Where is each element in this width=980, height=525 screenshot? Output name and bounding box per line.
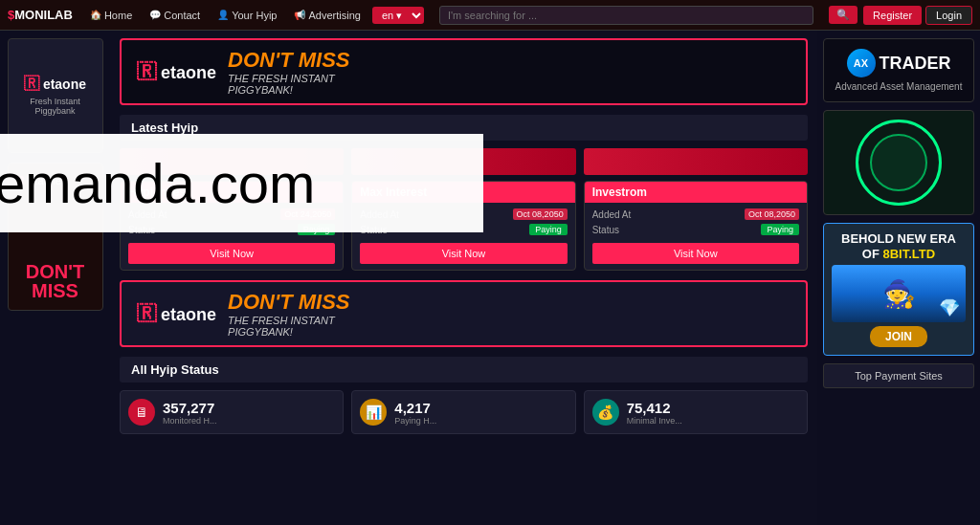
trader-ad[interactable]: AX TRADER Advanced Asset Management [823,38,974,102]
card-3-body: Added At Oct 08,2050 Status Paying Visit… [585,203,807,270]
card-3-added-row: Added At Oct 08,2050 [592,208,799,220]
nav-yourhyip[interactable]: 👤 Your Hyip [212,10,282,21]
login-button[interactable]: Login [925,6,972,25]
join-button[interactable]: JOIN [870,326,927,347]
all-hyip-status-header: All Hyip Status [120,357,808,383]
behold-ad[interactable]: BEHOLD NEW ERA OF 8BIT.LTD 🧙 💎 JOIN [823,223,974,356]
watermark: codemanda.com [110,134,483,232]
card-2-visit-button[interactable]: Visit Now [360,243,567,264]
dont-text: DON'T [26,262,84,281]
behold-line2-of: OF [862,247,880,261]
behold-graphic: 🧙 💎 [832,265,966,322]
banner-subline1: THE FRESH INSTANT [228,73,349,84]
behold-line1: BEHOLD NEW ERA [841,231,956,246]
behold-title: BEHOLD NEW ERA OF 8BIT.LTD [841,231,956,261]
register-button[interactable]: Register [863,6,922,25]
top-payment-sites: Top Payment Sites [823,363,974,388]
status-card-minimal: 💰 75,412 Minimal Inve... [584,390,808,434]
card-2-status: Paying [529,224,568,235]
chart-icon-glyph: 📊 [366,405,382,420]
trader-title-text: TRADER [880,54,951,74]
status-number-2: 4,217 [394,400,567,416]
ax-label: AX [854,57,868,69]
status-number-1: 357,277 [163,400,335,416]
navbar: $MONILAB 🏠 Home 💬 Contact 👤 Your Hyip 📢 … [0,0,980,31]
nav-contact[interactable]: 💬 Contact [144,10,206,21]
top-payment-label: Top Payment Sites [832,370,966,382]
advertising-icon: 📢 [294,10,305,20]
status-label-3: Minimal Inve... [627,416,799,426]
center-content: 🇷 etaone DON'T MISS THE FRESH INSTANT PI… [110,31,817,525]
card-3-status-label: Status [592,225,619,235]
gem-icon: 💎 [939,297,960,318]
banner-logo: 🇷 etaone [137,61,216,83]
banner-subline2: PIGGYBANK! [228,84,349,96]
character-icon: 🧙 [882,278,916,310]
card-3-date: Oct 08,2050 [745,208,799,220]
nav-yourhyip-label: Your Hyip [232,10,277,21]
trader-logo: AX TRADER [847,49,951,77]
home-icon: 🏠 [90,10,101,20]
status-number-3: 75,412 [627,400,799,416]
hyip-card-3: Investrom Added At Oct 08,2050 Status Pa… [584,181,808,271]
nav-advertising[interactable]: 📢 Advertising [288,10,366,21]
status-info-2: 4,217 Paying H... [394,400,567,426]
ax-circle: AX [847,49,876,77]
status-info-3: 75,412 Minimal Inve... [627,400,799,426]
trader-subtitle-text: Advanced Asset Management [835,81,963,92]
placeholder-card-3 [584,148,808,175]
card-3-visit-button[interactable]: Visit Now [592,243,799,264]
watermark-text: codemanda.com [110,152,315,214]
second-banner-text: DON'T MISS THE FRESH INSTANT PIGGYBANK! [228,290,349,338]
site-logo[interactable]: $MONILAB [8,8,73,22]
banner-text: DON'T MISS THE FRESH INSTANT PIGGYBANK! [228,48,349,96]
second-banner-logo-text: etaone [161,305,216,324]
nav-home-label: Home [104,10,132,21]
retaone-text: etaone [43,77,86,92]
top-banner[interactable]: 🇷 etaone DON'T MISS THE FRESH INSTANT PI… [120,38,808,105]
nav-home[interactable]: 🏠 Home [84,10,138,21]
second-banner-subline2: PIGGYBANK! [228,326,349,338]
status-cards: 🖥 357,277 Monitored H... 📊 4,217 Paying … [120,390,808,434]
banner-headline: DON'T MISS [228,48,349,73]
contact-icon: 💬 [149,10,161,20]
left-sidebar: 🇷 etaone Fresh InstantPiggybank R etaone… [0,31,110,525]
chart-icon: 📊 [360,399,387,426]
search-button[interactable]: 🔍 [829,6,858,24]
miss-text: MISS [32,281,78,300]
sidebar-ad-tagline: Fresh InstantPiggybank [30,97,80,116]
retaone-logo-left: 🇷 etaone [24,76,86,93]
user-icon: 👤 [217,10,229,20]
monitor-icon-glyph: 🖥 [135,405,148,420]
second-banner-logo: 🇷 etaone [137,303,216,325]
banner-logo-text: etaone [161,63,216,82]
banner-r-icon: 🇷 [137,61,156,82]
retaone-r-icon: 🇷 [24,76,39,92]
card-1-visit-button[interactable]: Visit Now [128,243,335,264]
auth-buttons: Register Login [863,6,972,25]
card-2-date: Oct 08,2050 [513,208,568,220]
status-info-1: 357,277 Monitored H... [163,400,335,426]
second-banner-r-icon: 🇷 [137,303,156,324]
main-layout: 🇷 etaone Fresh InstantPiggybank R etaone… [0,31,980,525]
second-banner[interactable]: 🇷 etaone DON'T MISS THE FRESH INSTANT PI… [120,280,808,347]
language-select[interactable]: en ▾ [372,7,424,24]
right-circle-graphic [823,110,974,215]
status-card-paying: 📊 4,217 Paying H... [351,390,575,434]
card-3-header: Investrom [585,182,807,203]
second-banner-headline: DON'T MISS [228,290,349,315]
circle-outer [856,120,942,206]
nav-contact-label: Contact [164,10,200,21]
card-3-status-row: Status Paying [592,224,799,235]
card-3-status: Paying [761,224,799,235]
nav-advertising-label: Advertising [308,10,360,21]
circle-inner [870,134,927,191]
logo-text: MONILAB [14,8,73,22]
status-label-1: Monitored H... [163,416,335,426]
search-input[interactable] [439,6,813,25]
card-3-added-label: Added At [592,209,632,220]
money-icon-glyph: 💰 [597,405,613,420]
search-bar [439,6,813,25]
status-card-monitored: 🖥 357,277 Monitored H... [120,390,344,434]
status-label-2: Paying H... [394,416,567,426]
